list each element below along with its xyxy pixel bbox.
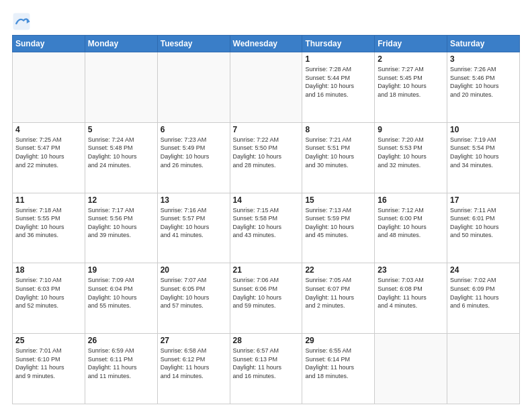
calendar-week-row: 4Sunrise: 7:25 AM Sunset: 5:47 PM Daylig…	[13, 122, 520, 193]
day-info: Sunrise: 7:23 AM Sunset: 5:49 PM Dayligh…	[161, 136, 227, 169]
calendar-day-header: Saturday	[447, 36, 520, 52]
day-info: Sunrise: 7:03 AM Sunset: 6:08 PM Dayligh…	[378, 276, 444, 310]
calendar-cell	[230, 52, 302, 123]
calendar-week-row: 18Sunrise: 7:10 AM Sunset: 6:03 PM Dayli…	[13, 263, 520, 334]
calendar-cell	[85, 52, 157, 123]
calendar-cell	[375, 334, 447, 404]
calendar-day-header: Friday	[375, 36, 447, 52]
day-number: 19	[88, 265, 154, 275]
calendar-day-header: Tuesday	[157, 36, 230, 52]
calendar-cell: 4Sunrise: 7:25 AM Sunset: 5:47 PM Daylig…	[13, 122, 85, 193]
calendar-cell: 15Sunrise: 7:13 AM Sunset: 5:59 PM Dayli…	[302, 193, 375, 263]
calendar-cell: 7Sunrise: 7:22 AM Sunset: 5:50 PM Daylig…	[230, 122, 302, 193]
calendar-cell: 18Sunrise: 7:10 AM Sunset: 6:03 PM Dayli…	[13, 263, 85, 334]
day-number: 11	[15, 195, 82, 205]
day-number: 21	[233, 265, 300, 275]
calendar-week-row: 1Sunrise: 7:28 AM Sunset: 5:44 PM Daylig…	[13, 52, 520, 123]
day-number: 23	[378, 265, 444, 275]
day-number: 2	[378, 54, 444, 64]
day-number: 28	[233, 336, 300, 345]
day-number: 18	[15, 265, 82, 275]
calendar-cell: 5Sunrise: 7:24 AM Sunset: 5:48 PM Daylig…	[85, 122, 157, 193]
day-info: Sunrise: 7:21 AM Sunset: 5:51 PM Dayligh…	[305, 136, 371, 169]
calendar-cell: 22Sunrise: 7:05 AM Sunset: 6:07 PM Dayli…	[302, 263, 375, 334]
logo	[12, 12, 34, 31]
calendar-cell: 21Sunrise: 7:06 AM Sunset: 6:06 PM Dayli…	[230, 263, 302, 334]
day-number: 12	[88, 195, 154, 205]
calendar-cell: 24Sunrise: 7:02 AM Sunset: 6:09 PM Dayli…	[447, 263, 520, 334]
day-info: Sunrise: 6:57 AM Sunset: 6:13 PM Dayligh…	[233, 347, 300, 380]
calendar-cell: 17Sunrise: 7:11 AM Sunset: 6:01 PM Dayli…	[447, 193, 520, 263]
day-info: Sunrise: 7:19 AM Sunset: 5:54 PM Dayligh…	[450, 136, 517, 169]
calendar-cell: 28Sunrise: 6:57 AM Sunset: 6:13 PM Dayli…	[230, 334, 302, 404]
calendar-cell	[157, 52, 230, 123]
logo-icon	[12, 12, 31, 31]
day-info: Sunrise: 7:02 AM Sunset: 6:09 PM Dayligh…	[450, 276, 517, 310]
day-info: Sunrise: 7:18 AM Sunset: 5:55 PM Dayligh…	[15, 206, 82, 240]
day-number: 15	[305, 195, 371, 205]
calendar-cell: 1Sunrise: 7:28 AM Sunset: 5:44 PM Daylig…	[302, 52, 375, 123]
calendar-day-header: Sunday	[13, 36, 85, 52]
calendar-cell: 29Sunrise: 6:55 AM Sunset: 6:14 PM Dayli…	[302, 334, 375, 404]
day-info: Sunrise: 7:17 AM Sunset: 5:56 PM Dayligh…	[88, 206, 154, 240]
day-info: Sunrise: 7:01 AM Sunset: 6:10 PM Dayligh…	[15, 347, 82, 380]
day-number: 1	[305, 54, 371, 64]
day-number: 3	[450, 54, 517, 64]
day-number: 16	[378, 195, 444, 205]
calendar-cell: 23Sunrise: 7:03 AM Sunset: 6:08 PM Dayli…	[375, 263, 447, 334]
day-info: Sunrise: 7:06 AM Sunset: 6:06 PM Dayligh…	[233, 276, 300, 310]
calendar-cell: 9Sunrise: 7:20 AM Sunset: 5:53 PM Daylig…	[375, 122, 447, 193]
day-info: Sunrise: 6:59 AM Sunset: 6:11 PM Dayligh…	[88, 347, 154, 380]
day-number: 27	[161, 336, 227, 345]
calendar-cell: 26Sunrise: 6:59 AM Sunset: 6:11 PM Dayli…	[85, 334, 157, 404]
calendar-day-header: Thursday	[302, 36, 375, 52]
calendar-cell: 3Sunrise: 7:26 AM Sunset: 5:46 PM Daylig…	[447, 52, 520, 123]
day-number: 25	[15, 336, 82, 345]
day-info: Sunrise: 7:10 AM Sunset: 6:03 PM Dayligh…	[15, 276, 82, 310]
day-number: 22	[305, 265, 371, 275]
day-info: Sunrise: 6:58 AM Sunset: 6:12 PM Dayligh…	[161, 347, 227, 380]
header	[12, 12, 520, 31]
day-number: 4	[15, 125, 82, 134]
day-number: 29	[305, 336, 371, 345]
calendar-cell: 13Sunrise: 7:16 AM Sunset: 5:57 PM Dayli…	[157, 193, 230, 263]
day-info: Sunrise: 7:26 AM Sunset: 5:46 PM Dayligh…	[450, 65, 517, 99]
page: SundayMondayTuesdayWednesdayThursdayFrid…	[0, 0, 532, 411]
calendar-cell: 10Sunrise: 7:19 AM Sunset: 5:54 PM Dayli…	[447, 122, 520, 193]
day-number: 13	[161, 195, 227, 205]
calendar-cell	[447, 334, 520, 404]
calendar-cell: 14Sunrise: 7:15 AM Sunset: 5:58 PM Dayli…	[230, 193, 302, 263]
day-info: Sunrise: 7:25 AM Sunset: 5:47 PM Dayligh…	[15, 136, 82, 169]
day-number: 7	[233, 125, 300, 134]
day-info: Sunrise: 7:11 AM Sunset: 6:01 PM Dayligh…	[450, 206, 517, 240]
calendar-table: SundayMondayTuesdayWednesdayThursdayFrid…	[12, 35, 520, 404]
day-info: Sunrise: 7:09 AM Sunset: 6:04 PM Dayligh…	[88, 276, 154, 310]
calendar-cell: 2Sunrise: 7:27 AM Sunset: 5:45 PM Daylig…	[375, 52, 447, 123]
day-info: Sunrise: 7:12 AM Sunset: 6:00 PM Dayligh…	[378, 206, 444, 240]
day-info: Sunrise: 7:15 AM Sunset: 5:58 PM Dayligh…	[233, 206, 300, 240]
calendar-header-row: SundayMondayTuesdayWednesdayThursdayFrid…	[13, 36, 520, 52]
day-number: 5	[88, 125, 154, 134]
calendar-day-header: Wednesday	[230, 36, 302, 52]
calendar-week-row: 11Sunrise: 7:18 AM Sunset: 5:55 PM Dayli…	[13, 193, 520, 263]
calendar-cell: 11Sunrise: 7:18 AM Sunset: 5:55 PM Dayli…	[13, 193, 85, 263]
day-info: Sunrise: 7:13 AM Sunset: 5:59 PM Dayligh…	[305, 206, 371, 240]
day-info: Sunrise: 6:55 AM Sunset: 6:14 PM Dayligh…	[305, 347, 371, 380]
day-number: 14	[233, 195, 300, 205]
day-number: 26	[88, 336, 154, 345]
calendar-cell: 19Sunrise: 7:09 AM Sunset: 6:04 PM Dayli…	[85, 263, 157, 334]
day-number: 9	[378, 125, 444, 134]
day-info: Sunrise: 7:28 AM Sunset: 5:44 PM Dayligh…	[305, 65, 371, 99]
calendar-cell: 25Sunrise: 7:01 AM Sunset: 6:10 PM Dayli…	[13, 334, 85, 404]
calendar-cell: 27Sunrise: 6:58 AM Sunset: 6:12 PM Dayli…	[157, 334, 230, 404]
day-number: 8	[305, 125, 371, 134]
calendar-week-row: 25Sunrise: 7:01 AM Sunset: 6:10 PM Dayli…	[13, 334, 520, 404]
day-info: Sunrise: 7:05 AM Sunset: 6:07 PM Dayligh…	[305, 276, 371, 310]
calendar-cell: 12Sunrise: 7:17 AM Sunset: 5:56 PM Dayli…	[85, 193, 157, 263]
day-info: Sunrise: 7:22 AM Sunset: 5:50 PM Dayligh…	[233, 136, 300, 169]
day-info: Sunrise: 7:27 AM Sunset: 5:45 PM Dayligh…	[378, 65, 444, 99]
calendar-cell: 20Sunrise: 7:07 AM Sunset: 6:05 PM Dayli…	[157, 263, 230, 334]
calendar-cell: 6Sunrise: 7:23 AM Sunset: 5:49 PM Daylig…	[157, 122, 230, 193]
day-number: 17	[450, 195, 517, 205]
calendar-cell	[13, 52, 85, 123]
